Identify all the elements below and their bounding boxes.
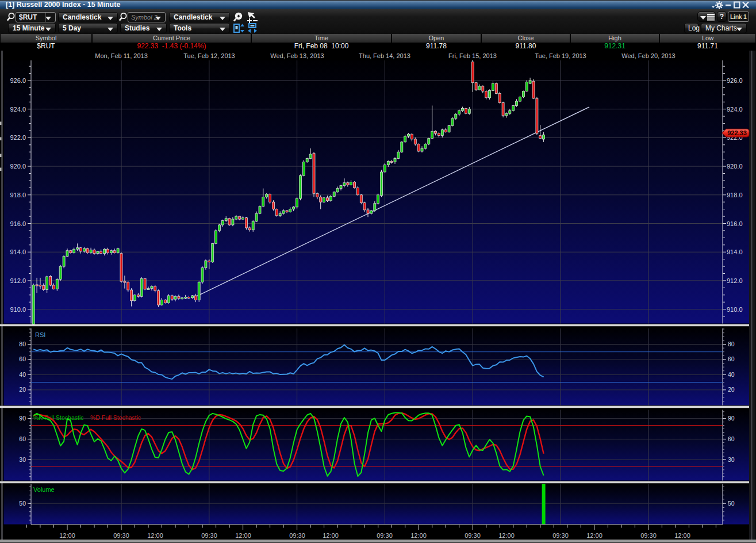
svg-text:60: 60 (19, 435, 26, 442)
svg-text:916.0: 916.0 (10, 220, 26, 227)
svg-text:90: 90 (728, 415, 735, 422)
svg-text:12:00: 12:00 (147, 532, 163, 539)
svg-text:918.0: 918.0 (10, 192, 26, 198)
svg-text:40: 40 (19, 371, 26, 378)
svg-text:60: 60 (728, 355, 735, 362)
svg-text:Fri, Feb 15, 2013: Fri, Feb 15, 2013 (448, 52, 497, 59)
svg-text:20: 20 (19, 386, 26, 393)
svg-text:914.0: 914.0 (727, 248, 743, 255)
svg-text:50: 50 (19, 500, 26, 507)
svg-text:09:30: 09:30 (552, 532, 569, 539)
svg-text:60: 60 (19, 355, 26, 362)
svg-text:12:00: 12:00 (498, 532, 515, 539)
svg-text:Wed, Feb 13, 2013: Wed, Feb 13, 2013 (270, 52, 324, 59)
svg-text:910.0: 910.0 (727, 306, 743, 313)
svg-text:920.0: 920.0 (727, 163, 743, 170)
svg-text:912.0: 912.0 (727, 277, 743, 284)
svg-text:80: 80 (728, 341, 735, 347)
svg-text:09:30: 09:30 (201, 532, 217, 539)
svg-text:12:00: 12:00 (235, 532, 251, 539)
svg-text:12:00: 12:00 (323, 532, 339, 539)
svg-text:12:00: 12:00 (586, 532, 603, 539)
svg-text:09:30: 09:30 (640, 532, 657, 539)
svg-text:20: 20 (728, 386, 735, 393)
svg-text:12:00: 12:00 (674, 532, 690, 539)
svg-text:922.0: 922.0 (10, 134, 26, 141)
svg-text:926.0: 926.0 (10, 77, 26, 84)
svg-text:12:00: 12:00 (59, 532, 75, 539)
svg-text:12:00: 12:00 (410, 532, 427, 539)
svg-text:09:30: 09:30 (465, 532, 481, 539)
svg-text:914.0: 914.0 (10, 248, 26, 255)
svg-text:50: 50 (728, 500, 735, 507)
svg-text:09:30: 09:30 (113, 532, 129, 539)
svg-text:90: 90 (19, 415, 26, 422)
svg-text:926.0: 926.0 (727, 77, 743, 84)
svg-text:924.0: 924.0 (10, 106, 26, 113)
svg-text:924.0: 924.0 (727, 106, 743, 113)
svg-text:916.0: 916.0 (727, 220, 743, 227)
svg-text:910.0: 910.0 (10, 306, 26, 313)
svg-text:60: 60 (728, 435, 735, 442)
svg-text:Mon, Feb 11, 2013: Mon, Feb 11, 2013 (95, 52, 148, 59)
svg-text:Tue, Feb 12, 2013: Tue, Feb 12, 2013 (183, 52, 235, 59)
svg-text:09:30: 09:30 (289, 532, 305, 539)
svg-text:30: 30 (19, 456, 26, 463)
svg-text:922.33: 922.33 (727, 129, 747, 136)
svg-text:920.0: 920.0 (10, 163, 26, 170)
svg-text:%D Full Stochastic: %D Full Stochastic (90, 414, 141, 421)
svg-text:RSI: RSI (35, 331, 45, 338)
svg-text:Tue, Feb 19, 2013: Tue, Feb 19, 2013 (535, 52, 586, 59)
svg-text:912.0: 912.0 (10, 277, 26, 284)
svg-text:918.0: 918.0 (727, 192, 743, 198)
svg-text:Volume: Volume (33, 486, 55, 493)
svg-text:Wed, Feb 20, 2013: Wed, Feb 20, 2013 (621, 52, 675, 59)
svg-text:30: 30 (728, 456, 735, 463)
svg-text:Thu, Feb 14, 2013: Thu, Feb 14, 2013 (359, 52, 410, 59)
svg-text:80: 80 (19, 341, 26, 347)
svg-text:09:30: 09:30 (377, 532, 393, 539)
svg-text:40: 40 (728, 371, 735, 378)
